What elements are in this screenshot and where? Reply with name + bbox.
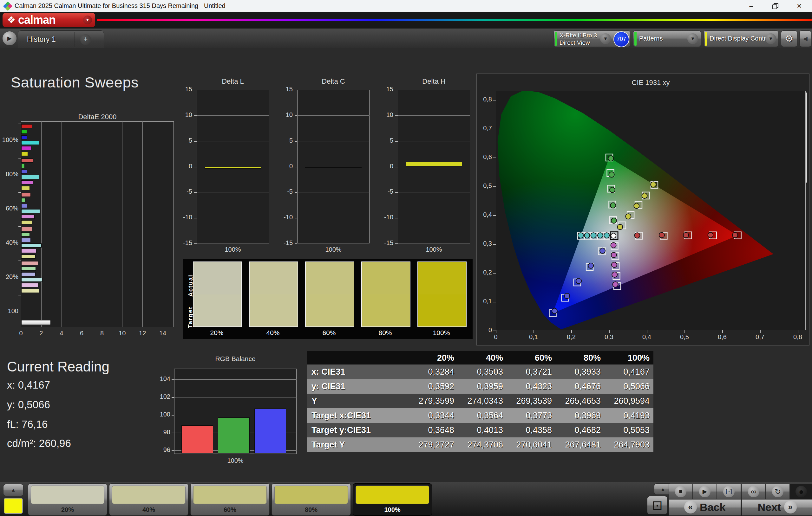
x-tick-label: 0 <box>14 330 27 337</box>
table-value-cell: 0,4682 <box>556 425 605 435</box>
y-tick <box>493 215 496 216</box>
pattern-button-60%[interactable]: 60% <box>190 483 270 516</box>
stop-button[interactable]: ■ <box>669 484 693 499</box>
x-tick <box>647 330 647 333</box>
chevron-down-icon[interactable]: ▼ <box>600 33 611 44</box>
y-tick <box>295 218 297 218</box>
y-tick <box>395 90 398 90</box>
meter-dropdown[interactable]: X-Rite i1Pro 3 Direct View ▼ 707 <box>553 30 630 47</box>
grid-line <box>398 167 470 167</box>
deltae-plot <box>21 121 174 327</box>
bar <box>21 146 31 150</box>
pattern-button-40%[interactable]: 40% <box>109 483 188 516</box>
next-button[interactable]: Next » <box>742 499 812 516</box>
back-button[interactable]: « Back <box>669 499 741 516</box>
table-row: x: CIE310,32840,35030,37210,39330,4167 <box>307 364 654 379</box>
display-control-dropdown[interactable]: Direct Display Control ▼ <box>703 30 778 47</box>
restore-button[interactable] <box>768 0 783 12</box>
y-tick <box>295 90 297 90</box>
y-tick-label: 0,7 <box>477 125 492 132</box>
y-tick <box>395 141 398 142</box>
y-tick <box>493 273 496 274</box>
grid-line <box>398 141 470 141</box>
y-tick-label: 0,4 <box>477 211 492 218</box>
table-value-cell: 279,3599 <box>409 396 458 406</box>
x-tick-label: 0,4 <box>637 333 656 341</box>
color-swatch-80% <box>361 262 410 327</box>
measured-marker-cyan <box>584 233 590 238</box>
loop-button[interactable]: ∞ <box>742 484 766 499</box>
grid-line <box>297 192 370 192</box>
bar <box>21 198 26 202</box>
x-tick <box>798 330 799 333</box>
table-value-cell: 269,3539 <box>507 396 556 406</box>
chevron-down-icon[interactable]: ▼ <box>765 33 776 44</box>
table-value-cell: 0,4323 <box>507 382 556 391</box>
reading-x: x: 0,4167 <box>7 379 50 391</box>
grid-line <box>398 115 470 116</box>
bar <box>21 243 41 247</box>
record-button[interactable]: ● <box>790 484 812 499</box>
back-label: Back <box>700 501 725 513</box>
tab-history-1[interactable]: History 1 + <box>18 30 104 48</box>
meter-status-badge[interactable]: 707 <box>613 31 629 47</box>
grid-line <box>61 121 62 327</box>
x-axis-label: 100% <box>197 246 269 253</box>
x-tick-label: 0,1 <box>524 333 543 341</box>
grid-line <box>102 121 102 327</box>
bar <box>21 267 36 271</box>
grid-line <box>122 121 122 327</box>
nav-forward-button[interactable]: ▶ <box>3 31 17 45</box>
y-tick-label: 102 <box>156 393 170 400</box>
y-tick <box>493 331 496 331</box>
color-swatch-60% <box>305 262 354 327</box>
grid-line <box>197 115 269 116</box>
meter-accent <box>555 32 557 45</box>
measured-marker-green <box>609 172 614 177</box>
pattern-button-80%[interactable]: 80% <box>271 483 351 516</box>
patterns-dropdown[interactable]: Patterns ▼ <box>633 30 701 47</box>
calman-menu-button[interactable]: ❖ calman ▼ <box>3 13 95 27</box>
settings-gear-icon[interactable]: ⚙ <box>781 30 798 47</box>
measured-marker-magenta <box>611 242 616 248</box>
measured-marker-yellow <box>626 214 631 219</box>
bar <box>21 283 38 287</box>
grid-line <box>398 218 470 218</box>
range-button[interactable]: [··] <box>717 484 741 499</box>
tab-label: History 1 <box>27 35 56 44</box>
y-tick <box>295 243 297 244</box>
rgb-balance-title: RGB Balance <box>174 355 296 363</box>
swatch-label: 20% <box>193 329 241 337</box>
y-tick-label: -15 <box>278 239 293 247</box>
table-value-cell: 0,3721 <box>507 367 556 377</box>
y-tick-label: 0 <box>278 162 293 170</box>
bar-red <box>181 425 213 454</box>
y-tick-label: 0 <box>477 327 492 334</box>
x-tick <box>760 330 761 333</box>
add-tab-button[interactable]: + <box>80 34 91 45</box>
refresh-button[interactable]: ↻ <box>766 484 790 499</box>
measured-marker-blue <box>576 278 581 284</box>
deltaC-chart-title: Delta C <box>297 77 370 86</box>
minimize-button[interactable]: – <box>744 0 758 12</box>
bar <box>21 164 25 168</box>
pattern-button-20%[interactable]: 20% <box>28 483 107 516</box>
play-button[interactable]: ▶ <box>693 484 717 499</box>
pattern-window-icon[interactable]: ⊡ <box>647 496 667 514</box>
x-tick <box>533 330 534 333</box>
measured-marker-red <box>659 232 665 238</box>
cie-chart-title: CIE 1931 xy <box>496 79 806 87</box>
grid-line <box>297 141 370 141</box>
close-button[interactable]: ✕ <box>792 0 807 12</box>
chevron-down-icon[interactable]: ▼ <box>83 16 92 24</box>
y-tick-label: 0 <box>177 162 192 170</box>
range-icon: [··] <box>723 486 734 497</box>
patterns-accent <box>634 32 637 45</box>
chevron-down-icon[interactable]: ▼ <box>687 33 698 44</box>
cie-plot <box>496 91 806 330</box>
y-tick <box>395 115 398 116</box>
bar <box>21 186 30 190</box>
patterns-label: Patterns <box>639 35 663 42</box>
collapse-panel-icon[interactable]: ◀ <box>799 30 811 47</box>
pattern-button-100%[interactable]: 100% <box>353 483 432 516</box>
